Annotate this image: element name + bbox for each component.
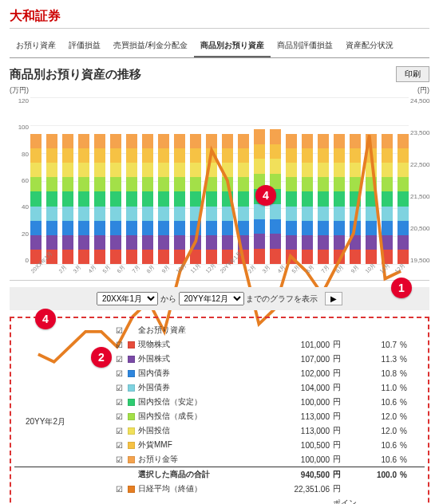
legend-row: ☑外国債券104,000円11.0%: [14, 380, 425, 395]
legend-row: ☑外国株式107,000円11.3%: [14, 352, 425, 366]
annotation-badge-2: 2: [91, 347, 112, 368]
legend-row: ☑国内投信（成長）113,000円12.0%: [14, 409, 425, 423]
tab-item[interactable]: 商品別評価損益: [271, 35, 339, 57]
legend-row: ☑お預り金等100,000円10.6%: [14, 452, 425, 467]
index-row: ☑TOPIX（終値）1,667.45ポイント: [14, 496, 425, 504]
tab-bar: お預り資産評価損益売買損益/利金分配金商品別お預り資産商品別評価損益資産配分状況: [10, 35, 429, 58]
legend-panel: 4 2 3 20YY年2月 ☑ 全お預り資産 ☑現物株式101,000円10.7…: [10, 317, 429, 504]
checkbox-icon[interactable]: ☑: [113, 384, 125, 392]
asset-chart: 4 120100806040200 24,50023,50022,50021,5…: [10, 97, 429, 281]
page-title: 商品別お預り資産の推移: [10, 67, 141, 82]
legend-total-row: 選択した商品の合計 940,500 円 100.0 %: [14, 467, 425, 482]
annotation-badge-4b: 4: [35, 309, 56, 329]
tab-item[interactable]: 売買損益/利金分配金: [107, 35, 194, 57]
annotation-badge-1: 1: [391, 278, 412, 298]
checkbox-icon[interactable]: ☑: [113, 441, 125, 450]
tab-item[interactable]: 資産配分状況: [339, 35, 400, 57]
checkbox-icon[interactable]: ☑: [113, 326, 125, 335]
checkbox-icon[interactable]: ☑: [113, 427, 125, 435]
range-separator: から: [160, 294, 176, 303]
from-month-select[interactable]: 20XX年1月: [97, 292, 158, 305]
left-axis-unit: (万円): [10, 85, 29, 96]
range-suffix: までのグラフを表示: [246, 294, 318, 303]
checkbox-icon[interactable]: ☑: [113, 412, 125, 421]
legend-row: ☑外貨MMF100,500円10.6%: [14, 438, 425, 452]
legend-all-row: ☑ 全お預り資産: [14, 323, 425, 337]
checkbox-icon[interactable]: ☑: [113, 485, 125, 494]
tab-item[interactable]: お預り資産: [10, 35, 62, 57]
checkbox-icon[interactable]: ☑: [113, 355, 125, 364]
tab-item[interactable]: 商品別お預り資産: [194, 35, 271, 57]
checkbox-icon[interactable]: ☑: [113, 341, 125, 349]
annotation-badge-4: 4: [255, 185, 276, 206]
right-axis-unit: (円): [417, 85, 429, 96]
date-range-controls: 1 20XX年1月 から 20YY年12月 までのグラフを表示 ▶: [10, 287, 429, 310]
checkbox-icon[interactable]: ☑: [113, 369, 125, 378]
brand-logo: 大和証券: [10, 8, 429, 29]
checkbox-icon[interactable]: ☑: [113, 398, 125, 407]
legend-row: ☑国内債券102,000円10.8%: [14, 366, 425, 380]
tab-item[interactable]: 評価損益: [62, 35, 107, 57]
legend-date: 20YY年2月: [26, 416, 65, 427]
index-row: ☑日経平均（終値）22,351.06円: [14, 482, 425, 496]
to-month-select[interactable]: 20YY年12月: [179, 292, 244, 305]
legend-row: ☑現物株式101,000円10.7%: [14, 337, 425, 352]
show-graph-button[interactable]: ▶: [325, 292, 342, 305]
legend-row: ☑外国投信113,000円12.0%: [14, 423, 425, 438]
legend-row: ☑国内投信（安定）100,000円10.6%: [14, 395, 425, 409]
checkbox-icon[interactable]: ☑: [113, 455, 125, 464]
print-button[interactable]: 印刷: [396, 66, 429, 82]
